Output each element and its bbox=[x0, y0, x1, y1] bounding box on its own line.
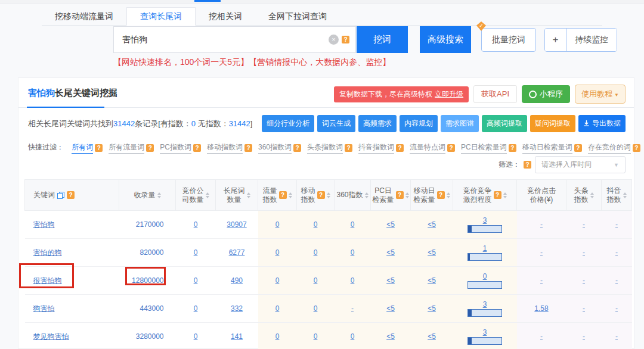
competition-value[interactable]: 0 bbox=[483, 272, 487, 281]
filter-link[interactable]: 所有词 bbox=[72, 142, 93, 154]
empty-value-link[interactable]: - bbox=[540, 220, 543, 229]
filter-help-icon[interactable]: ? bbox=[244, 144, 252, 152]
empty-value-link[interactable]: - bbox=[583, 276, 585, 285]
value-link[interactable]: <5 bbox=[386, 304, 395, 313]
sort-icon[interactable] bbox=[623, 192, 627, 198]
value-link[interactable]: <5 bbox=[386, 332, 395, 341]
column-header-竞价竞争激烈程度[interactable]: 竞价竞争激烈程度? bbox=[453, 180, 517, 211]
empty-value-link[interactable]: - bbox=[615, 276, 618, 285]
value-link[interactable]: 0 bbox=[275, 220, 280, 229]
filter-help-icon[interactable]: ? bbox=[95, 144, 103, 152]
screen-help-icon[interactable]: ? bbox=[524, 161, 531, 169]
column-help-icon[interactable]: ? bbox=[67, 191, 75, 199]
empty-value-link[interactable]: - bbox=[583, 248, 585, 257]
filter-help-icon[interactable]: ? bbox=[293, 144, 301, 152]
value-link[interactable]: <5 bbox=[428, 220, 436, 229]
filter-help-icon[interactable]: ? bbox=[447, 144, 455, 152]
column-help-icon[interactable]: ? bbox=[437, 191, 445, 199]
filter-link[interactable]: 移动指数词 bbox=[207, 142, 243, 154]
value-link[interactable]: 0 bbox=[194, 248, 198, 257]
value-link[interactable]: 0 bbox=[314, 220, 318, 229]
filter-help-icon[interactable]: ? bbox=[396, 144, 404, 152]
value-link[interactable]: 0 bbox=[351, 276, 355, 285]
value-link[interactable]: 0 bbox=[351, 220, 355, 229]
filter-link[interactable]: PC指数词 bbox=[160, 142, 191, 154]
column-header-流量指数[interactable]: 流量指数? bbox=[258, 180, 297, 211]
value-link[interactable]: 0 bbox=[351, 248, 355, 257]
column-header-移动日检索量[interactable]: 移动日检索量? bbox=[411, 180, 453, 211]
sort-icon[interactable] bbox=[405, 192, 409, 198]
empty-value-link[interactable]: - bbox=[583, 220, 585, 229]
filter-help-icon[interactable]: ? bbox=[193, 144, 201, 152]
tutorial-button[interactable]: 使用教程▼ bbox=[575, 85, 626, 104]
action-词云生成[interactable]: 词云生成 bbox=[317, 115, 355, 132]
value-link[interactable]: <5 bbox=[428, 332, 436, 341]
column-header-移动指数[interactable]: 移动指数? bbox=[297, 180, 335, 211]
action-高频需求[interactable]: 高频需求 bbox=[358, 115, 397, 132]
get-api-button[interactable]: 获取API bbox=[473, 85, 517, 103]
column-header-头条指数[interactable]: 头条指数 bbox=[566, 180, 602, 211]
keyword-link[interactable]: 狗害怕 bbox=[33, 304, 55, 313]
sort-icon[interactable] bbox=[206, 192, 209, 198]
value-link[interactable]: 0 bbox=[275, 332, 280, 341]
empty-value-link[interactable]: - bbox=[615, 248, 618, 257]
column-header-PC日检索量[interactable]: PC日检索量? bbox=[371, 180, 411, 211]
value-link[interactable]: 30907 bbox=[227, 220, 246, 229]
action-需求图谱[interactable]: 需求图谱 bbox=[441, 115, 479, 132]
filter-help-icon[interactable]: ? bbox=[345, 144, 352, 152]
value-link[interactable]: <5 bbox=[386, 220, 395, 229]
filter-link[interactable]: 流量特点词 bbox=[410, 142, 445, 154]
column-header-360指数[interactable]: 360指数 bbox=[335, 180, 371, 211]
filter-link[interactable]: 抖音指数词 bbox=[358, 142, 394, 154]
competition-value[interactable]: 1 bbox=[483, 244, 487, 253]
promo-text[interactable]: 【网站快速排名，100个词一天5元】【营销情报中心，大数据内参、监控】 bbox=[113, 57, 391, 68]
value-link[interactable]: 0 bbox=[314, 304, 318, 313]
sort-icon[interactable] bbox=[365, 192, 369, 198]
filter-link[interactable]: 所有流量词 bbox=[109, 142, 144, 154]
copy-icon[interactable] bbox=[57, 191, 65, 200]
value-link[interactable]: 0 bbox=[351, 332, 355, 341]
value-link[interactable]: <5 bbox=[428, 276, 436, 285]
keyword-link[interactable]: 害怕的狗 bbox=[33, 248, 62, 257]
tab-全网下拉词查询[interactable]: 全网下拉词查询 bbox=[255, 8, 340, 25]
sort-icon[interactable] bbox=[503, 192, 507, 198]
filter-link[interactable]: PC日检索量词 bbox=[461, 142, 507, 154]
column-help-icon[interactable]: ? bbox=[396, 191, 404, 199]
filter-link[interactable]: 360指数词 bbox=[258, 142, 292, 154]
filter-help-icon[interactable]: ? bbox=[146, 144, 154, 152]
sort-icon[interactable] bbox=[590, 192, 594, 198]
miniprogram-button[interactable]: 小程序 bbox=[522, 85, 570, 103]
continuous-monitor-button[interactable]: 持续监控 bbox=[566, 29, 617, 51]
competition-value[interactable]: 3 bbox=[483, 216, 487, 225]
empty-value-link[interactable]: - bbox=[583, 332, 585, 341]
column-help-icon[interactable]: ? bbox=[279, 191, 287, 199]
empty-value-link[interactable]: - bbox=[615, 332, 618, 341]
add-monitor-button[interactable]: + bbox=[545, 29, 566, 51]
column-header-竞价公司数量[interactable]: 竞价公司数量 bbox=[176, 180, 216, 211]
value-link[interactable]: <5 bbox=[386, 248, 395, 257]
value-link[interactable]: <5 bbox=[386, 276, 395, 285]
sort-icon[interactable] bbox=[247, 192, 250, 198]
competition-value[interactable]: 3 bbox=[483, 328, 487, 336]
value-link[interactable]: 0 bbox=[194, 332, 198, 341]
value-link[interactable]: 0 bbox=[275, 248, 280, 257]
dig-words-button[interactable]: 挖词 bbox=[357, 26, 408, 53]
value-link[interactable]: 0 bbox=[314, 332, 318, 341]
empty-value-link[interactable]: - bbox=[615, 220, 618, 229]
empty-value-link[interactable]: - bbox=[583, 304, 585, 313]
sort-icon[interactable] bbox=[327, 192, 330, 198]
tab-挖移动端流量词[interactable]: 挖移动端流量词 bbox=[42, 8, 126, 25]
sort-icon[interactable] bbox=[157, 192, 161, 198]
keyword-search-input[interactable] bbox=[114, 27, 329, 52]
value-link[interactable]: 490 bbox=[231, 276, 243, 285]
column-header-收录量[interactable]: 收录量 bbox=[119, 180, 176, 211]
batch-dig-button[interactable]: 批量挖词 bbox=[481, 28, 536, 52]
tab-挖相关词[interactable]: 挖相关词 bbox=[196, 8, 255, 25]
value-link[interactable]: 6277 bbox=[229, 248, 245, 257]
empty-value-link[interactable]: - bbox=[351, 304, 354, 313]
filter-link[interactable]: 头条指数词 bbox=[307, 142, 343, 154]
value-link[interactable]: 0 bbox=[275, 304, 280, 313]
column-help-icon[interactable]: ? bbox=[317, 191, 325, 199]
advanced-search-button[interactable]: 高级搜索 bbox=[420, 26, 471, 53]
value-link[interactable]: 0 bbox=[314, 248, 318, 257]
